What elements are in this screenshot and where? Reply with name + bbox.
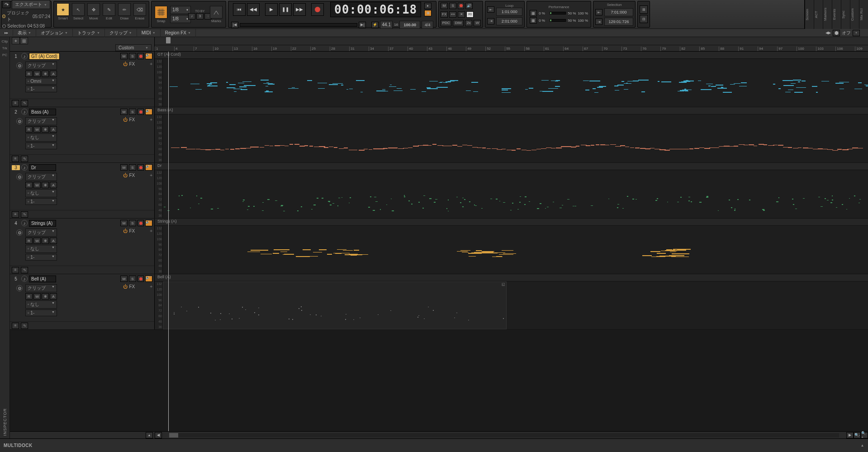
move-tool[interactable]: ✥ [87,3,100,16]
midi-note[interactable] [796,87,806,88]
midi-note[interactable] [719,146,724,147]
midi-note[interactable] [798,81,800,82]
track-collapse[interactable]: ⌃ [149,108,152,113]
forward-button[interactable]: ▶▶ [293,3,306,16]
track-type-icon[interactable]: ♪ [21,109,28,115]
midi-note[interactable] [427,88,437,89]
midi-note[interactable] [793,148,798,149]
midi-note[interactable] [632,199,634,200]
midi-note[interactable] [661,81,671,82]
midi-note[interactable] [764,144,767,145]
midi-note[interactable] [659,256,675,257]
draw-tool[interactable]: ✏ [118,3,131,16]
midi-note[interactable] [383,148,388,149]
midi-note[interactable] [448,211,449,212]
midi-note[interactable] [540,91,542,92]
track-arm[interactable] [138,276,144,282]
vtab-mix-rcl[interactable]: Mix Rcl [859,0,868,29]
midi-note[interactable] [783,80,793,81]
midi-note[interactable] [422,91,426,92]
midi-note[interactable] [332,83,343,84]
midi-note[interactable] [672,253,690,254]
midi-note[interactable] [266,86,268,87]
midi-note[interactable] [638,80,649,81]
menu-トラック[interactable]: トラック▼ [73,29,105,37]
menu-クリップ[interactable]: クリップ▼ [105,29,137,37]
midi-note[interactable] [313,252,322,253]
midi-note[interactable] [403,148,408,149]
midi-note[interactable] [210,82,217,83]
midi-note[interactable] [238,83,244,84]
hscroll-left[interactable]: ◀ [155,432,162,438]
midi-note[interactable] [778,197,779,198]
midi-note[interactable] [633,81,639,81]
midi-note[interactable] [275,145,280,146]
midi-note[interactable] [681,81,690,82]
midi-note[interactable] [721,87,723,88]
track-lane[interactable]: Bass (A)132120108968472604836 [155,107,868,162]
midi-note[interactable] [195,89,202,90]
sel-from[interactable]: 7:01:000 [604,8,633,16]
track-foot-1[interactable]: ≡ [12,100,19,106]
smart-tool[interactable]: ★ [57,3,69,16]
midi-note[interactable] [397,88,402,89]
midi-note[interactable] [220,150,224,151]
midi-note[interactable] [261,80,269,81]
track-mute[interactable]: M [120,53,128,59]
midi-note[interactable] [517,148,521,149]
midi-note[interactable] [562,205,563,206]
midi-note[interactable] [452,145,457,146]
midi-note[interactable] [818,148,823,149]
midi-note[interactable] [464,199,465,200]
midi-note[interactable] [462,252,469,253]
midi-note[interactable] [270,146,273,147]
midi-note[interactable] [382,91,388,92]
timesig-display[interactable]: 4/4 [422,21,433,29]
midi-note[interactable] [583,81,589,81]
select-tool[interactable]: ↖ [72,3,85,16]
midi-note[interactable] [866,86,868,86]
dim-button[interactable]: DIM [453,20,464,26]
mix-x-button[interactable]: ✕ [458,11,465,18]
midi-note[interactable] [591,205,593,206]
sidechain-button[interactable]: «» [449,11,456,18]
midi-note[interactable] [574,206,576,207]
midi-note[interactable] [373,210,375,211]
midi-note[interactable] [788,90,793,90]
midi-note[interactable] [260,147,264,148]
midi-note[interactable] [342,197,342,198]
midi-note[interactable] [190,208,191,209]
midi-note[interactable] [268,84,275,85]
track-type-icon[interactable]: ♪ [21,276,28,282]
midi-note[interactable] [547,207,549,208]
midi-note[interactable] [456,197,458,198]
midi-note[interactable] [338,198,340,199]
midi-note[interactable] [657,198,658,199]
midi-note[interactable] [749,144,754,145]
midi-note[interactable] [818,197,820,198]
vtab-act[interactable]: ACT [814,0,823,29]
midi-note[interactable] [408,200,410,201]
midi-note[interactable] [389,86,396,87]
midi-note[interactable] [624,83,631,84]
midi-note[interactable] [667,202,668,203]
midi-note[interactable] [349,203,350,204]
midi-note[interactable] [832,150,838,151]
midi-note[interactable] [825,198,825,199]
track-name[interactable]: Bass (A) [29,109,56,115]
midi-note[interactable] [529,88,533,89]
midi-note[interactable] [394,90,403,91]
midi-note[interactable] [408,147,413,148]
midi-note[interactable] [226,82,228,83]
midi-note[interactable] [265,91,273,92]
midi-note[interactable] [835,83,844,84]
midi-note[interactable] [339,148,344,149]
rewind-button[interactable]: ⏮ [233,3,246,16]
midi-note[interactable] [605,145,609,146]
midi-note[interactable] [734,83,740,84]
input-dropdown[interactable]: ▫ なし▼ [25,300,57,309]
midi-note[interactable] [448,81,455,82]
midi-note[interactable] [723,92,732,93]
midi-note[interactable] [460,202,461,203]
menu-オプション[interactable]: オプション▼ [36,29,73,37]
